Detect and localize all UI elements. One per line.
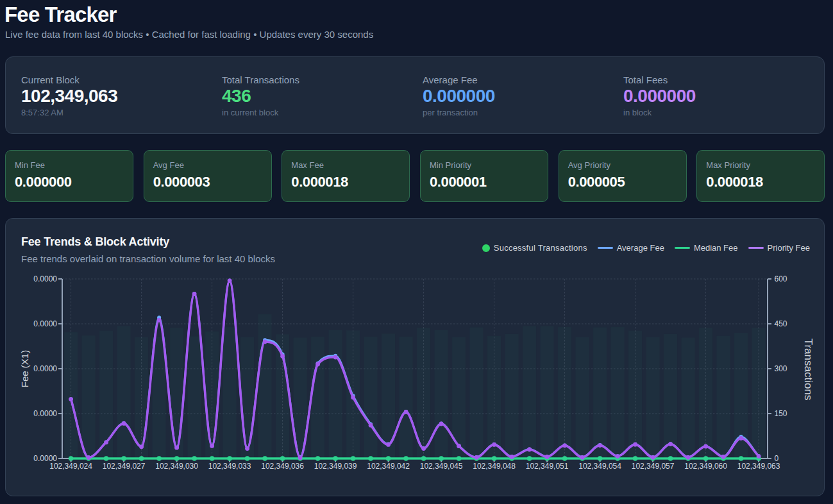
svg-text:102,349,039: 102,349,039 [314,462,357,471]
svg-text:102,349,030: 102,349,030 [155,462,198,471]
svg-text:102,349,033: 102,349,033 [208,462,251,471]
svg-text:102,349,060: 102,349,060 [684,462,727,471]
svg-text:102,349,036: 102,349,036 [261,462,304,471]
svg-text:102,349,024: 102,349,024 [49,462,92,471]
svg-text:0.0000: 0.0000 [33,274,57,283]
svg-text:0.0000: 0.0000 [33,319,57,328]
svg-text:102,349,054: 102,349,054 [578,462,621,471]
svg-text:102,349,027: 102,349,027 [103,462,146,471]
svg-text:0.0000: 0.0000 [33,364,57,373]
svg-text:102,349,057: 102,349,057 [632,462,675,471]
svg-text:Transactions: Transactions [802,339,814,401]
svg-text:300: 300 [775,364,787,373]
svg-text:450: 450 [775,319,787,328]
svg-text:102,349,051: 102,349,051 [526,462,569,471]
svg-text:0.0000: 0.0000 [33,409,57,418]
svg-text:102,349,048: 102,349,048 [473,462,516,471]
svg-text:102,349,045: 102,349,045 [420,462,463,471]
svg-text:150: 150 [775,409,787,418]
svg-text:Fee (X1): Fee (X1) [19,350,30,387]
svg-text:600: 600 [775,274,787,283]
svg-text:102,349,042: 102,349,042 [367,462,410,471]
svg-text:102,349,063: 102,349,063 [737,462,780,471]
